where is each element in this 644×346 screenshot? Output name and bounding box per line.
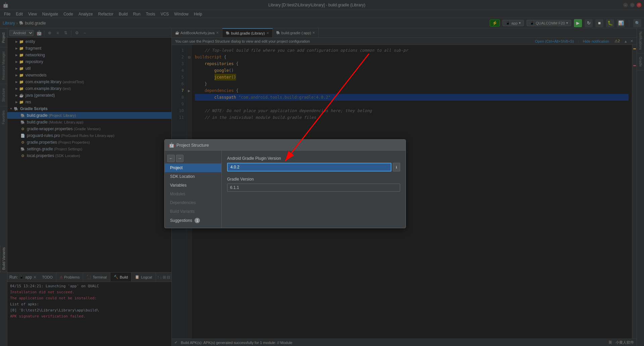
- gradle-version-row: 6.1.1: [227, 184, 400, 192]
- plugin-version-row: 4.0.2 ℹ: [227, 163, 400, 171]
- dialog-titlebar: 🤖 Project Structure: [165, 140, 406, 151]
- dialog-content: Android Gradle Plugin Version 4.0.2 ℹ Gr…: [222, 151, 406, 228]
- dialog-overlay[interactable]: 🤖 Project Structure ← → Project SDK Loca…: [0, 0, 644, 346]
- nav-back-button[interactable]: ←: [167, 155, 175, 162]
- plugin-version-select[interactable]: 4.0.2: [227, 163, 391, 171]
- nav-forward-button[interactable]: →: [176, 155, 183, 162]
- nav-item-variables[interactable]: Variables: [165, 181, 221, 190]
- nav-item-build-variants[interactable]: Build Variants: [165, 207, 221, 216]
- nav-item-project[interactable]: Project: [165, 163, 221, 172]
- dialog-title: Project Structure: [176, 143, 209, 148]
- project-structure-dialog: 🤖 Project Structure ← → Project SDK Loca…: [164, 139, 406, 228]
- plugin-version-label: Android Gradle Plugin Version: [227, 156, 400, 161]
- dialog-android-icon: 🤖: [169, 142, 174, 148]
- nav-item-modules[interactable]: Modules: [165, 190, 221, 198]
- dialog-body: ← → Project SDK Location Variables Modul…: [165, 151, 406, 228]
- nav-item-suggestions[interactable]: Suggestions 1: [165, 216, 221, 225]
- gradle-version-select[interactable]: 6.1.1: [227, 184, 400, 192]
- suggestions-badge: 1: [195, 218, 200, 223]
- plugin-version-info-btn[interactable]: ℹ: [393, 163, 400, 171]
- gradle-version-label: Gradle Version: [227, 177, 400, 182]
- nav-item-sdk-location[interactable]: SDK Location: [165, 172, 221, 181]
- dialog-nav-arrows: ← →: [165, 153, 221, 163]
- dialog-nav: ← → Project SDK Location Variables Modul…: [165, 151, 222, 228]
- nav-item-dependencies[interactable]: Dependencies: [165, 198, 221, 207]
